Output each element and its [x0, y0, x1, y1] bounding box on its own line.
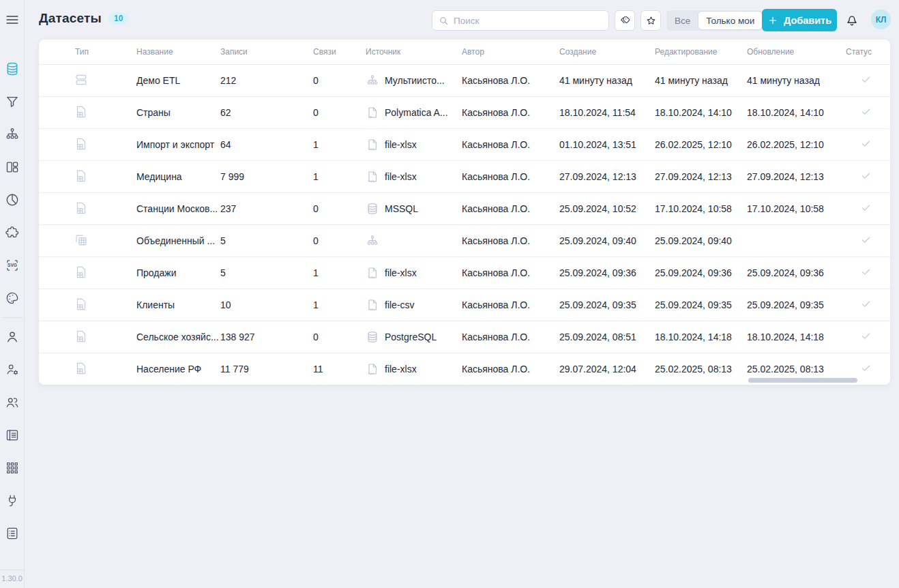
- source-label: MSSQL: [385, 203, 418, 214]
- sidebar-item-logs[interactable]: [0, 517, 25, 550]
- sidebar-item-etl[interactable]: [0, 118, 25, 151]
- table-row[interactable]: Сельское хозяйс...138 9270PostgreSQLКась…: [39, 321, 890, 353]
- column-header[interactable]: Автор: [462, 47, 559, 57]
- sidebar-item-svg-library[interactable]: SVG: [0, 249, 25, 282]
- database-icon: [5, 61, 20, 76]
- dataset-name: Медицина: [136, 171, 220, 182]
- check-icon: [860, 106, 872, 117]
- horizontal-scrollbar-thumb[interactable]: [748, 378, 857, 383]
- dataset-name: Население РФ: [136, 364, 220, 374]
- sidebar-item-charts[interactable]: [0, 183, 25, 216]
- column-header[interactable]: Связи: [313, 47, 366, 57]
- edited-timestamp: 17.10.2024, 10:58: [655, 203, 747, 214]
- sidebar-item-user-roles[interactable]: [0, 353, 25, 386]
- search-input[interactable]: [454, 16, 602, 26]
- source-label: Polymatica A...: [385, 107, 448, 118]
- sidebar-item-dashboards[interactable]: [0, 151, 25, 183]
- add-dataset-button[interactable]: Добавить: [762, 9, 837, 31]
- source-label: Мультиисто...: [385, 75, 445, 86]
- datasets-table: ТипНазваниеЗаписиСвязиИсточникАвторСозда…: [39, 40, 890, 385]
- sidebar-item-themes[interactable]: [0, 282, 25, 314]
- etl-type-icon: [74, 72, 89, 87]
- column-header[interactable]: Статус: [846, 47, 890, 57]
- file-csv-icon: CSV: [366, 298, 379, 312]
- file-type-icon: [74, 104, 89, 119]
- check-icon: [860, 74, 872, 85]
- table-row[interactable]: Объединенный ...50Касьянова Л.О.25.09.20…: [39, 224, 890, 256]
- sidebar-item-connections[interactable]: [0, 484, 25, 517]
- dataset-type-cell: [39, 168, 136, 186]
- avatar[interactable]: КЛ: [871, 10, 891, 29]
- favorites-filter-button[interactable]: [640, 10, 661, 31]
- toggle-option-only-mine[interactable]: Только мои: [698, 11, 763, 30]
- table-body: Демо ETL2120Мультиисто...Касьянова Л.О.4…: [39, 64, 890, 385]
- column-header[interactable]: Редактирование: [655, 47, 747, 57]
- updated-timestamp: 27.09.2024, 12:13: [747, 171, 846, 182]
- column-header[interactable]: Название: [136, 47, 220, 57]
- column-header[interactable]: Источник: [366, 47, 462, 57]
- sidebar-item-filters[interactable]: [0, 85, 25, 118]
- svg-text:API: API: [368, 116, 372, 119]
- author-name: Касьянова Л.О.: [462, 203, 559, 214]
- file-type-icon: [74, 201, 89, 216]
- file-type-icon: [74, 265, 89, 280]
- toggle-option-all[interactable]: Все: [667, 11, 698, 30]
- created-timestamp: 25.09.2024, 09:40: [559, 235, 655, 246]
- table-row[interactable]: Клиенты101CSVfile-csvКасьянова Л.О.25.09…: [39, 289, 890, 321]
- sidebar-item-plugins[interactable]: [0, 216, 25, 249]
- table-row[interactable]: Медицина7 9991XLSXfile-xlsxКасьянова Л.О…: [39, 160, 890, 192]
- column-header[interactable]: Создание: [559, 47, 655, 57]
- table-header-row: ТипНазваниеЗаписиСвязиИсточникАвторСозда…: [39, 40, 890, 64]
- updated-timestamp: 25.09.2024, 09:35: [747, 299, 846, 310]
- records-count: 212: [220, 75, 313, 86]
- author-name: Касьянова Л.О.: [462, 332, 559, 342]
- file-type-icon: [74, 297, 89, 312]
- sidebar-item-groups[interactable]: [0, 386, 25, 419]
- dataset-type-cell: [39, 329, 136, 346]
- source-cell: XLSXfile-xlsx: [366, 266, 462, 280]
- source-cell: XLSXfile-xlsx: [366, 170, 462, 183]
- source-label: file-xlsx: [385, 364, 417, 374]
- created-timestamp: 29.07.2024, 12:04: [559, 364, 655, 374]
- column-header[interactable]: Обновление: [747, 47, 846, 57]
- ownership-toggle: ВсеТолько мои: [666, 10, 763, 31]
- dataset-name: Сельское хозяйс...: [136, 332, 220, 342]
- column-header[interactable]: Тип: [39, 47, 136, 57]
- edited-timestamp: 18.10.2024, 14:10: [655, 107, 747, 118]
- topbar: Датасеты 10 ВсеТолько мои Добавить КЛ: [25, 0, 899, 40]
- tags-filter-button[interactable]: [615, 10, 635, 31]
- edited-timestamp: 25.09.2024, 09:36: [655, 267, 747, 278]
- table-row[interactable]: Продажи51XLSXfile-xlsxКасьянова Л.О.25.0…: [39, 256, 890, 289]
- dataset-type-cell: [39, 72, 136, 89]
- dataset-name: Клиенты: [136, 299, 220, 310]
- add-dataset-label: Добавить: [784, 15, 831, 26]
- source-cell: Мультиисто...: [366, 74, 462, 87]
- column-header[interactable]: Записи: [220, 47, 313, 57]
- table-row[interactable]: Импорт и экспорт641XLSXfile-xlsxКасьянов…: [39, 128, 890, 160]
- hamburger-menu-icon[interactable]: [5, 12, 20, 27]
- records-count: 138 927: [220, 332, 313, 342]
- combined-type-icon: [74, 233, 89, 248]
- table-row[interactable]: Станции Москов...2370MSSQLКасьянова Л.О.…: [39, 192, 890, 224]
- author-name: Касьянова Л.О.: [462, 171, 559, 182]
- links-count: 1: [313, 299, 366, 310]
- svg-text:SVG: SVG: [8, 263, 17, 267]
- sidebar-item-profile[interactable]: [0, 321, 25, 353]
- check-icon: [860, 202, 872, 214]
- dataset-type-cell: [39, 136, 136, 153]
- journal-icon: [5, 428, 20, 443]
- sidebar-item-modules[interactable]: [0, 452, 25, 484]
- status-cell: [846, 138, 890, 151]
- table-row[interactable]: Страны620APIPolymatica A...Касьянова Л.О…: [39, 96, 890, 128]
- updated-timestamp: 25.09.2024, 09:36: [747, 267, 846, 278]
- dataset-name: Демо ETL: [136, 75, 220, 86]
- source-cell: MSSQL: [366, 202, 462, 216]
- notifications-bell-icon[interactable]: [844, 12, 859, 27]
- sidebar-item-journal[interactable]: [0, 419, 25, 452]
- records-count: 5: [220, 235, 313, 246]
- sidebar-item-datasets[interactable]: [0, 53, 25, 85]
- author-name: Касьянова Л.О.: [462, 75, 559, 86]
- sidebar-divider: [2, 317, 23, 318]
- pie-chart-icon: [5, 192, 20, 207]
- table-row[interactable]: Демо ETL2120Мультиисто...Касьянова Л.О.4…: [39, 64, 890, 96]
